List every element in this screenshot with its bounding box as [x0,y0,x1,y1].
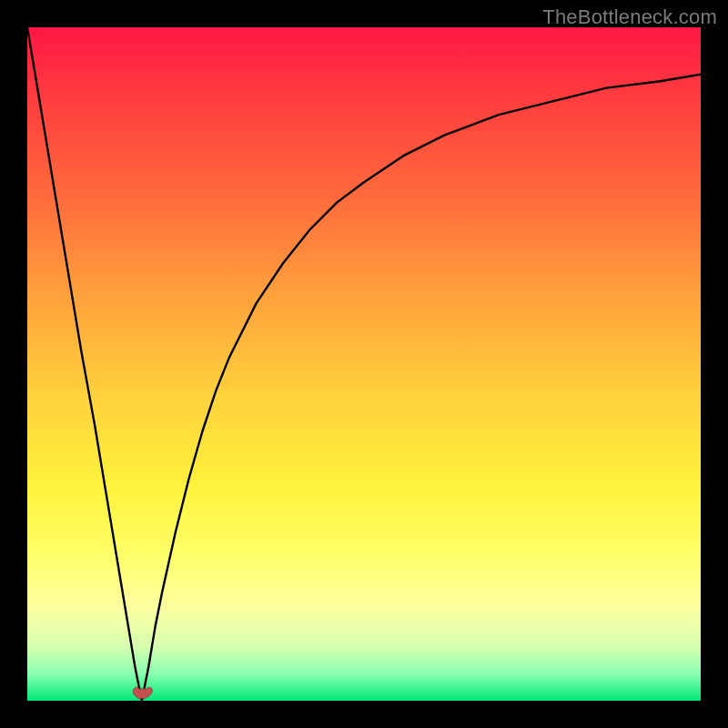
curve-svg [27,27,701,701]
bottleneck-curve [27,27,701,701]
chart-frame: TheBottleneck.com [0,0,728,728]
plot-area [27,27,701,701]
watermark-text: TheBottleneck.com [542,5,717,29]
minimum-marker-heart-icon [130,684,154,701]
